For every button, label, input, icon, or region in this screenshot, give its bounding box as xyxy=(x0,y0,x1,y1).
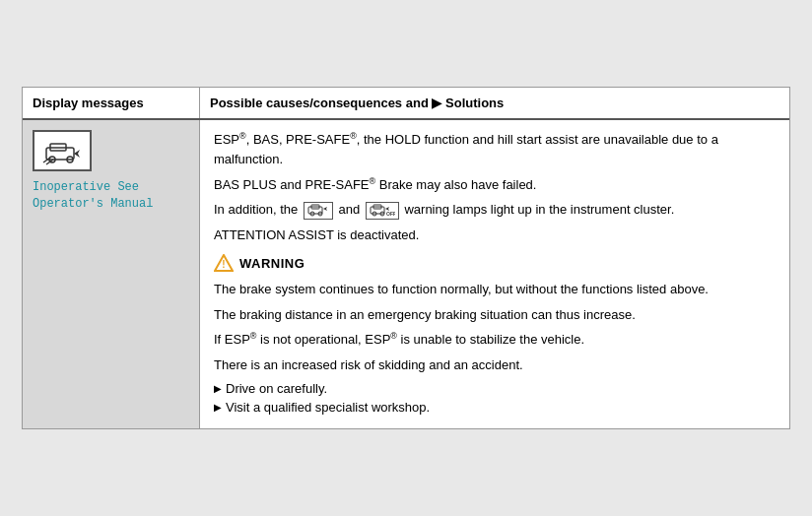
esp-icon-inline1 xyxy=(304,202,333,220)
cause-line2: BAS PLUS and PRE-SAFE® Brake may also ha… xyxy=(214,175,776,195)
warning-triangle-icon: ! xyxy=(214,254,234,272)
bullet-item-2: ▶ Visit a qualified specialist workshop. xyxy=(214,400,776,415)
warning-line4: There is an increased risk of skidding a… xyxy=(214,355,776,375)
warning-header: ! WARNING xyxy=(214,254,776,272)
cause-line1: ESP®, BAS, PRE-SAFE®, the HOLD function … xyxy=(214,130,776,168)
header-causes-solutions: Possible causes/consequences and ▶ Solut… xyxy=(200,88,789,118)
warning-line3: If ESP® is not operational, ESP® is unab… xyxy=(214,330,776,350)
bullet-item-1: ▶ Drive on carefully. xyxy=(214,381,776,396)
header-display-messages: Display messages xyxy=(23,88,200,118)
display-messages-col: Inoperative See Operator's Manual xyxy=(23,120,200,428)
bullet-arrow-1: ▶ xyxy=(214,383,222,394)
svg-text:!: ! xyxy=(222,259,225,270)
warning-line2: The braking distance in an emergency bra… xyxy=(214,305,776,325)
esp-warning-icon xyxy=(33,130,92,171)
causes-solutions-col: ESP®, BAS, PRE-SAFE®, the HOLD function … xyxy=(200,120,789,428)
main-table: Display messages Possible causes/consequ… xyxy=(22,87,790,429)
car-skid-icon xyxy=(40,136,84,165)
warning-label-text: WARNING xyxy=(239,256,304,271)
table-header: Display messages Possible causes/consequ… xyxy=(23,88,789,120)
warning-line1: The brake system continues to function n… xyxy=(214,280,776,299)
cause-line4: ATTENTION ASSIST is deactivated. xyxy=(214,226,776,245)
esp-off-icon-inline: OFF xyxy=(366,202,399,220)
display-text-label: Inoperative See Operator's Manual xyxy=(33,179,153,213)
cause-line3: In addition, the and xyxy=(214,200,776,220)
svg-text:OFF: OFF xyxy=(386,211,395,217)
bullet-arrow-2: ▶ xyxy=(214,402,222,413)
table-row: Inoperative See Operator's Manual ESP®, … xyxy=(23,120,789,428)
